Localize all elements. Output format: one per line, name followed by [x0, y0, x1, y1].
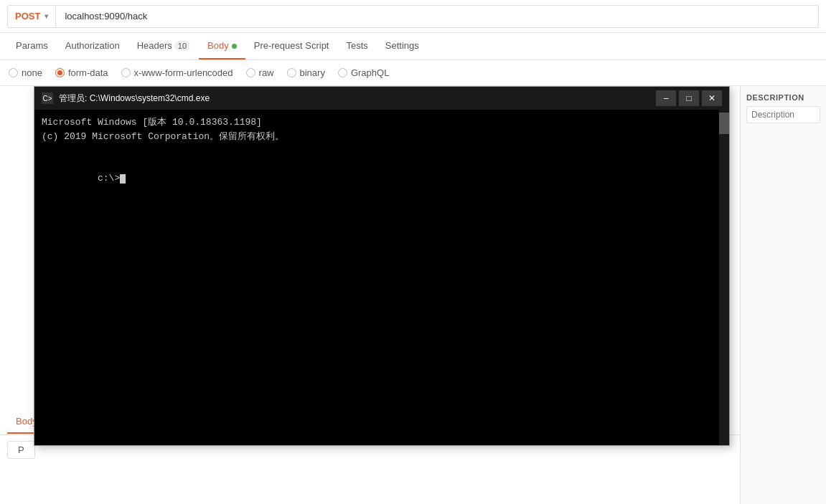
main-area: C> 管理员: C:\Windows\system32\cmd.exe – □ …: [0, 86, 826, 504]
right-panel-title: DESCRIPTION: [746, 93, 820, 102]
method-label: POST: [15, 11, 40, 22]
cmd-prompt-line: c:\>: [42, 158, 722, 200]
radio-raw[interactable]: raw: [246, 67, 274, 78]
radio-raw-circle: [246, 68, 255, 77]
body-dot-indicator: [232, 44, 237, 49]
cmd-scrollbar-thumb[interactable]: [719, 113, 729, 134]
tab-settings[interactable]: Settings: [377, 33, 428, 60]
radio-urlencoded[interactable]: x-www-form-urlencoded: [121, 67, 233, 78]
radio-graphql[interactable]: GraphQL: [338, 67, 389, 78]
description-input[interactable]: [746, 106, 820, 123]
right-panel: DESCRIPTION: [740, 86, 826, 504]
radio-graphql-circle: [338, 68, 347, 77]
url-input[interactable]: [56, 5, 819, 28]
left-panel: C> 管理员: C:\Windows\system32\cmd.exe – □ …: [0, 86, 740, 504]
radio-form-data[interactable]: form-data: [55, 67, 108, 78]
method-select[interactable]: POST ▾: [7, 5, 56, 28]
cmd-line-2: (c) 2019 Microsoft Corporation。保留所有权利。: [42, 130, 722, 144]
cmd-minimize-button[interactable]: –: [656, 90, 676, 106]
tab-authorization[interactable]: Authorization: [57, 33, 128, 60]
cmd-body: Microsoft Windows [版本 10.0.18363.1198] (…: [34, 110, 729, 445]
tab-pre-request-script[interactable]: Pre-request Script: [245, 33, 338, 60]
cmd-window-controls: – □ ✕: [656, 90, 722, 106]
url-bar: POST ▾: [0, 0, 826, 33]
method-chevron-icon: ▾: [44, 12, 48, 20]
tab-params[interactable]: Params: [7, 33, 57, 60]
cmd-app-icon: C>: [42, 92, 53, 104]
radio-none-circle: [9, 68, 18, 77]
content-area-p-button[interactable]: P: [7, 441, 35, 459]
radio-binary-circle: [287, 68, 296, 77]
radio-row: none form-data x-www-form-urlencoded raw…: [0, 60, 826, 86]
headers-badge: 10: [174, 41, 190, 51]
cmd-prompt-text: c:\>: [98, 173, 120, 184]
tabs-row: Params Authorization Headers10 Body Pre-…: [0, 33, 826, 60]
radio-none[interactable]: none: [9, 67, 42, 78]
cmd-line-empty: [42, 143, 722, 158]
tab-headers[interactable]: Headers10: [128, 33, 199, 60]
cmd-close-button[interactable]: ✕: [702, 90, 722, 106]
tab-body[interactable]: Body: [199, 33, 245, 60]
cmd-cursor: [120, 174, 126, 184]
cmd-restore-button[interactable]: □: [679, 90, 699, 106]
cmd-window[interactable]: C> 管理员: C:\Windows\system32\cmd.exe – □ …: [34, 86, 730, 446]
cmd-titlebar: C> 管理员: C:\Windows\system32\cmd.exe – □ …: [34, 87, 729, 110]
cmd-line-1: Microsoft Windows [版本 10.0.18363.1198]: [42, 115, 722, 130]
radio-binary[interactable]: binary: [287, 67, 325, 78]
cmd-title: 管理员: C:\Windows\system32\cmd.exe: [59, 92, 656, 105]
cmd-scrollbar[interactable]: [719, 110, 729, 445]
tab-tests[interactable]: Tests: [337, 33, 376, 60]
radio-form-data-circle: [55, 68, 65, 77]
radio-urlencoded-circle: [121, 68, 131, 77]
